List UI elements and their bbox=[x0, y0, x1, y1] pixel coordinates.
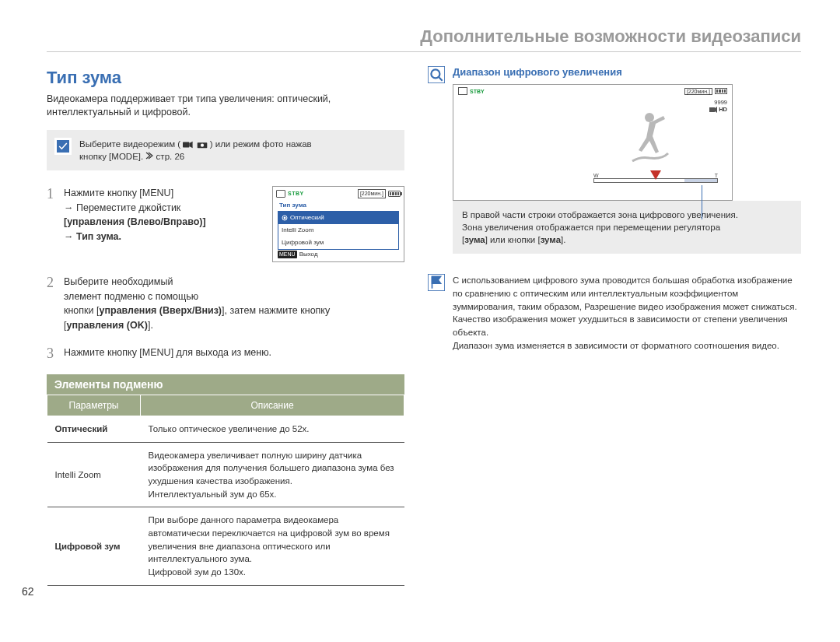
svg-point-8 bbox=[431, 69, 439, 78]
zoom-desc-box: В правой части строки отображается зона … bbox=[453, 201, 801, 254]
note-text: С использованием цифрового зума проводит… bbox=[453, 274, 801, 352]
row-optical-desc: Только оптическое увеличение до 52x. bbox=[141, 416, 404, 442]
step-2-num: 2 bbox=[47, 275, 64, 333]
lcd-menu-preview: STBY [220мин.] Тип зума bbox=[272, 186, 404, 262]
sd-card-icon bbox=[458, 87, 467, 95]
svg-rect-7 bbox=[428, 66, 445, 83]
section-title: Тип зума bbox=[47, 68, 404, 88]
hd-icon: HD bbox=[709, 106, 727, 113]
menu-title: Тип зума bbox=[279, 201, 399, 210]
svg-rect-0 bbox=[57, 140, 69, 153]
svg-line-9 bbox=[439, 77, 442, 80]
menu-item-optical: Оптический bbox=[278, 212, 398, 224]
zoom-bar: WT bbox=[593, 173, 718, 183]
menu-item-intelli: Intelli Zoom bbox=[278, 224, 398, 237]
submenu-heading: Элементы подменю bbox=[47, 374, 404, 395]
step-1-num: 1 bbox=[47, 186, 64, 262]
step-2b: элемент подменю с помощью bbox=[64, 291, 198, 302]
magnifier-icon bbox=[428, 66, 445, 83]
step-2d: [управления (OK)]. bbox=[64, 320, 153, 331]
zoom-cursor-icon bbox=[650, 170, 661, 181]
chapter-title: Дополнительные возможности видеозаписи bbox=[420, 26, 801, 46]
sd-card-icon bbox=[276, 190, 285, 198]
mode-callout: Выберите видеорежим ( ) или режим фото н… bbox=[47, 130, 404, 170]
lcd-zoom-preview: STBY [220мин.] 9999 HD bbox=[453, 84, 733, 201]
step-2a: Выберите необходимый bbox=[64, 276, 173, 287]
row-intelli-desc: Видеокамера увеличивает полную ширину да… bbox=[141, 442, 404, 507]
mode-text-2: ) или режим фото нажав bbox=[210, 139, 312, 149]
page-number: 62 bbox=[22, 585, 34, 598]
battery-icon-big bbox=[715, 88, 727, 94]
row-digital-desc: При выборе данного параметра видеокамера… bbox=[141, 507, 404, 585]
stby-label-big: STBY bbox=[470, 89, 485, 94]
note-icon bbox=[428, 274, 445, 291]
shot-count: 9999 bbox=[709, 99, 727, 106]
photo-mode-icon bbox=[197, 141, 208, 149]
svg-marker-2 bbox=[190, 142, 193, 148]
menu-button-label: MENU bbox=[278, 251, 297, 259]
step-1b: → Переместите джойстик bbox=[64, 202, 180, 213]
zoom-desc-l3: [зума] или кнопки [зума]. bbox=[462, 235, 565, 244]
check-down-icon bbox=[54, 138, 72, 155]
battery-icon bbox=[388, 191, 401, 197]
step-1a: Нажмите кнопку [MENU] bbox=[64, 188, 173, 198]
mode-text-1: Выберите видеорежим ( bbox=[79, 139, 180, 149]
step-1d: → Тип зума. bbox=[64, 231, 121, 242]
col-desc: Описание bbox=[141, 395, 404, 416]
step-1c: [управления (Влево/Вправо)] bbox=[64, 216, 206, 227]
step-2c: кнопки [управления (Вверх/Вниз)], затем … bbox=[64, 305, 330, 316]
svg-point-12 bbox=[645, 113, 654, 122]
skater-illustration bbox=[625, 110, 679, 172]
svg-rect-1 bbox=[183, 142, 189, 147]
svg-point-4 bbox=[200, 143, 203, 146]
chapter-header: Дополнительные возможности видеозаписи bbox=[47, 22, 801, 52]
video-mode-icon bbox=[183, 141, 194, 149]
menu-item-digital: Цифровой зум bbox=[278, 237, 398, 249]
row-optical-label: Оптический bbox=[47, 416, 141, 442]
rec-time-big: [220мин.] bbox=[684, 88, 712, 95]
stby-label: STBY bbox=[288, 190, 304, 198]
row-intelli-label: Intelli Zoom bbox=[47, 442, 141, 507]
exit-label: Выход bbox=[299, 250, 318, 259]
step-3: Нажмите кнопку [MENU] для выхода из меню… bbox=[64, 346, 404, 362]
intro-paragraph: Видеокамера поддерживает три типа увелич… bbox=[47, 93, 404, 119]
mode-text-3: кнопку [MODE]. bbox=[79, 152, 145, 161]
svg-marker-13 bbox=[650, 170, 661, 180]
page-ref-icon bbox=[145, 152, 153, 160]
row-digital-label: Цифровой зум bbox=[47, 507, 141, 585]
rec-time: [220мин.] bbox=[358, 189, 386, 199]
svg-marker-11 bbox=[715, 107, 717, 113]
step-3-num: 3 bbox=[47, 346, 64, 362]
page-ref: стр. 26 bbox=[156, 152, 185, 161]
zoom-subtitle: Диапазон цифрового увеличения bbox=[453, 66, 801, 78]
col-params: Параметры bbox=[47, 395, 141, 416]
svg-rect-10 bbox=[709, 107, 715, 112]
submenu-table: Параметры Описание Оптический Только опт… bbox=[47, 395, 404, 586]
svg-point-6 bbox=[284, 217, 286, 219]
